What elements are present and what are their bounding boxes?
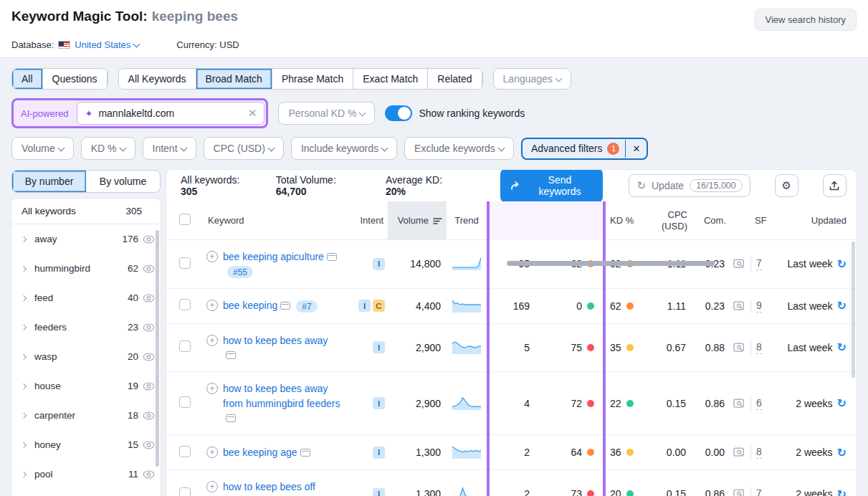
col-updated[interactable]: Updated bbox=[775, 212, 857, 229]
tab[interactable]: All bbox=[12, 69, 43, 89]
col-trend[interactable]: Trend bbox=[447, 212, 487, 229]
col-volume[interactable]: Volume bbox=[388, 201, 447, 240]
add-keyword-icon[interactable]: + bbox=[206, 335, 218, 346]
select-all-checkbox[interactable] bbox=[179, 214, 191, 225]
clear-input-icon[interactable]: ✕ bbox=[248, 107, 257, 120]
table-settings-button[interactable]: ⚙ bbox=[775, 174, 798, 197]
chevron-right-icon[interactable] bbox=[21, 442, 27, 447]
chevron-right-icon[interactable] bbox=[21, 236, 27, 242]
add-keyword-icon[interactable]: + bbox=[206, 481, 218, 492]
refresh-metrics-icon[interactable]: ↻ bbox=[837, 257, 846, 271]
filter-dropdown[interactable]: Exclude keywords bbox=[404, 137, 514, 160]
row-checkbox[interactable] bbox=[179, 487, 191, 496]
keyword-group-item[interactable]: honey 15 bbox=[11, 430, 161, 459]
keyword-link[interactable]: how to keep bees away bbox=[223, 333, 342, 363]
eye-icon[interactable] bbox=[143, 353, 155, 361]
advanced-filters-chip[interactable]: Advanced filters1 ✕ bbox=[521, 138, 649, 160]
eye-icon[interactable] bbox=[143, 235, 155, 244]
chevron-right-icon[interactable] bbox=[21, 265, 27, 271]
eye-icon[interactable] bbox=[143, 323, 155, 332]
col-pkd[interactable]: ✦ PKD % bbox=[538, 212, 601, 229]
col-sf[interactable]: SF bbox=[730, 212, 775, 229]
horizontal-scrollbar[interactable] bbox=[507, 261, 715, 266]
personal-kd-dropdown[interactable]: Personal KD % bbox=[278, 102, 375, 125]
eye-icon[interactable] bbox=[143, 382, 155, 391]
col-keyword[interactable]: Keyword bbox=[204, 212, 350, 229]
tab[interactable]: Questions bbox=[43, 69, 108, 89]
row-checkbox[interactable] bbox=[179, 396, 191, 408]
serp-features-icon[interactable] bbox=[280, 302, 290, 310]
refresh-metrics-icon[interactable]: ↻ bbox=[837, 396, 846, 410]
keyword-link[interactable]: bee keeping age bbox=[223, 445, 312, 459]
eye-icon[interactable] bbox=[143, 411, 155, 420]
database-selector[interactable]: United States bbox=[75, 39, 139, 50]
chevron-right-icon[interactable] bbox=[21, 324, 27, 330]
eye-icon[interactable] bbox=[143, 470, 155, 479]
filter-dropdown[interactable]: Volume bbox=[11, 137, 74, 160]
refresh-metrics-icon[interactable]: ↻ bbox=[837, 446, 846, 459]
filter-dropdown[interactable]: CPC (USD) bbox=[204, 137, 284, 160]
serp-analysis-icon[interactable] bbox=[733, 489, 745, 496]
add-keyword-icon[interactable]: + bbox=[206, 447, 218, 458]
col-kd[interactable]: KD % bbox=[601, 212, 643, 229]
serp-analysis-icon[interactable] bbox=[733, 259, 745, 269]
search-input-value[interactable]: mannlakeltd.com bbox=[98, 108, 248, 119]
serp-analysis-icon[interactable] bbox=[733, 447, 745, 457]
eye-icon[interactable] bbox=[143, 441, 155, 449]
languages-dropdown[interactable]: Languages bbox=[493, 68, 571, 90]
sidebar-scrollbar[interactable] bbox=[156, 230, 159, 467]
refresh-metrics-icon[interactable]: ↻ bbox=[837, 340, 846, 354]
tab[interactable]: Phrase Match bbox=[272, 69, 353, 89]
keyword-group-item[interactable]: away 176 bbox=[11, 224, 161, 254]
view-search-history-button[interactable]: View search history bbox=[755, 9, 857, 31]
col-cpc[interactable]: CPC (USD) bbox=[643, 206, 692, 236]
sf-count[interactable]: 7 bbox=[756, 487, 762, 496]
serp-features-icon[interactable] bbox=[226, 351, 236, 359]
eye-icon[interactable] bbox=[143, 264, 155, 273]
chevron-right-icon[interactable] bbox=[21, 383, 27, 388]
keyword-link[interactable]: how to keep bees away from hummingbird f… bbox=[223, 381, 342, 425]
tab[interactable]: All Keywords bbox=[119, 69, 196, 89]
filter-dropdown[interactable]: Include keywords bbox=[291, 137, 397, 160]
add-keyword-icon[interactable]: + bbox=[206, 300, 218, 311]
serp-analysis-icon[interactable] bbox=[733, 301, 745, 311]
sort-by-volume-tab[interactable]: By volume bbox=[86, 171, 160, 192]
col-pot-traffic[interactable]: ✦ Pot. Traffic bbox=[487, 206, 538, 236]
keyword-group-item[interactable]: pool 11 bbox=[11, 459, 161, 489]
keyword-link[interactable]: bee keeping#7 bbox=[223, 298, 318, 313]
chevron-right-icon[interactable] bbox=[21, 412, 27, 418]
col-intent[interactable]: Intent bbox=[350, 212, 388, 229]
serp-features-icon[interactable] bbox=[300, 449, 310, 457]
serp-analysis-icon[interactable] bbox=[733, 399, 745, 409]
serp-features-icon[interactable] bbox=[226, 414, 236, 422]
sf-count[interactable]: 7 bbox=[756, 257, 762, 270]
eye-icon[interactable] bbox=[143, 294, 155, 302]
add-keyword-icon[interactable]: + bbox=[206, 251, 218, 262]
show-ranking-keywords-toggle[interactable] bbox=[385, 105, 412, 121]
keyword-group-item[interactable]: feed 40 bbox=[11, 283, 161, 313]
update-button[interactable]: ↻ Update 16/15,000 bbox=[629, 174, 750, 197]
filter-dropdown[interactable]: KD % bbox=[81, 137, 135, 160]
filter-dropdown[interactable]: Intent bbox=[143, 137, 196, 160]
add-keyword-icon[interactable]: + bbox=[206, 383, 218, 394]
sf-count[interactable]: 8 bbox=[756, 341, 762, 354]
export-button[interactable] bbox=[823, 174, 846, 197]
table-vertical-scrollbar[interactable] bbox=[852, 242, 855, 378]
tab[interactable]: Broad Match bbox=[196, 69, 272, 89]
advanced-filters-close-icon[interactable]: ✕ bbox=[625, 140, 647, 158]
chevron-right-icon[interactable] bbox=[21, 471, 27, 477]
send-keywords-button[interactable]: Send keywords bbox=[500, 170, 603, 203]
chevron-right-icon[interactable] bbox=[21, 353, 27, 359]
refresh-metrics-icon[interactable]: ↻ bbox=[837, 487, 846, 496]
sf-count[interactable]: 8 bbox=[756, 446, 762, 459]
row-checkbox[interactable] bbox=[179, 257, 191, 269]
col-com[interactable]: Com. bbox=[692, 212, 730, 229]
all-keywords-group[interactable]: All keywords 305 bbox=[11, 199, 161, 224]
sort-by-number-tab[interactable]: By number bbox=[12, 171, 86, 192]
tab[interactable]: Related bbox=[428, 69, 482, 89]
serp-analysis-icon[interactable] bbox=[733, 343, 745, 353]
row-checkbox[interactable] bbox=[179, 446, 191, 457]
row-checkbox[interactable] bbox=[179, 299, 191, 310]
keyword-group-item[interactable]: house 19 bbox=[11, 371, 161, 401]
keyword-group-item[interactable]: hummingbird 62 bbox=[11, 254, 161, 283]
